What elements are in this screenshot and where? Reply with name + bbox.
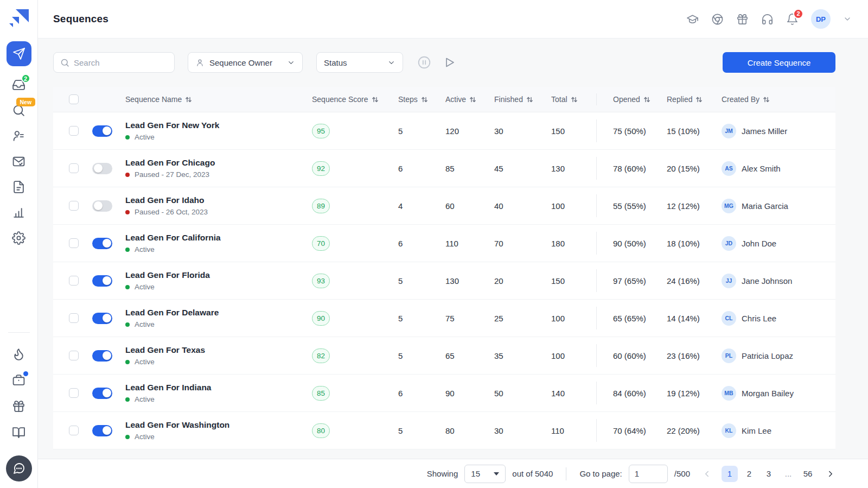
row-toggle[interactable] — [92, 275, 112, 287]
page-size-select[interactable]: 15 — [464, 465, 506, 483]
table-row[interactable]: Lead Gen For Indiana Active 85 6 90 50 1… — [53, 375, 835, 412]
row-checkbox[interactable] — [69, 388, 79, 398]
sidebar-nav-bottom — [6, 332, 32, 488]
sidebar-item-gift[interactable] — [7, 399, 31, 413]
owner-dropdown-label: Sequence Owner — [209, 58, 272, 67]
row-toggle[interactable] — [92, 313, 112, 324]
header-created-by[interactable]: Created By — [722, 95, 835, 104]
sidebar-item-contacts[interactable] — [7, 129, 31, 143]
opened-value: 97 (65%) — [597, 276, 667, 286]
row-toggle[interactable] — [92, 163, 112, 174]
row-toggle[interactable] — [92, 388, 112, 399]
table-body: Lead Gen For New York Active 95 5 120 30… — [53, 112, 835, 449]
header-active[interactable]: Active — [445, 95, 494, 104]
row-checkbox[interactable] — [69, 163, 79, 173]
replied-value: 22 (20%) — [667, 426, 722, 435]
row-toggle[interactable] — [92, 350, 112, 362]
sequence-name[interactable]: Lead Gen For California — [125, 233, 221, 243]
row-checkbox[interactable] — [69, 426, 79, 435]
table-row[interactable]: Lead Gen For Chicago Paused - 27 Dec, 20… — [53, 150, 835, 187]
sequence-name[interactable]: Lead Gen For Florida — [125, 270, 210, 280]
sequences-table: Sequence Name Sequence Score Steps Activ… — [53, 87, 835, 449]
rewards-button[interactable] — [736, 13, 749, 26]
table-row[interactable]: Lead Gen For California Active 70 6 110 … — [53, 225, 835, 262]
status-text: Active — [135, 358, 155, 366]
app-logo[interactable] — [6, 5, 32, 31]
table-row[interactable]: Lead Gen For Florida Active 93 5 130 20 … — [53, 262, 835, 300]
notifications-button[interactable]: 2 — [786, 13, 799, 26]
sidebar-item-analytics[interactable] — [7, 205, 31, 219]
row-toggle[interactable] — [92, 200, 112, 212]
owner-name: Patricia Lopaz — [742, 351, 793, 360]
sequence-status: Active — [125, 433, 155, 441]
sidebar-item-inbox[interactable]: 2 — [7, 78, 31, 92]
next-page-button[interactable] — [826, 469, 835, 479]
steps-value: 5 — [398, 351, 445, 360]
sequence-name[interactable]: Lead Gen For Texas — [125, 345, 205, 355]
status-text: Paused - 26 Oct, 2023 — [135, 208, 208, 216]
page-number[interactable]: 1 — [722, 466, 738, 482]
bulk-resume-button[interactable] — [443, 56, 456, 69]
owner-avatar: JD — [722, 236, 736, 251]
header-replied[interactable]: Replied — [667, 95, 722, 104]
select-all-checkbox[interactable] — [69, 94, 79, 104]
table-row[interactable]: Lead Gen For New York Active 95 5 120 30… — [53, 112, 835, 150]
create-sequence-button[interactable]: Create Sequence — [723, 52, 835, 73]
sidebar-item-email-health[interactable] — [7, 154, 31, 168]
header-sequence-name[interactable]: Sequence Name — [125, 95, 312, 104]
row-toggle[interactable] — [92, 425, 112, 436]
search-input[interactable] — [74, 58, 168, 67]
row-checkbox[interactable] — [69, 201, 79, 211]
page-number[interactable]: 56 — [800, 466, 816, 482]
status-dot — [125, 435, 130, 439]
sequence-name[interactable]: Lead Gen For Delaware — [125, 308, 219, 318]
row-toggle[interactable] — [92, 238, 112, 249]
status-dropdown[interactable]: Status — [316, 52, 403, 73]
score-badge: 82 — [312, 348, 330, 363]
account-menu-button[interactable] — [843, 15, 852, 23]
page-number[interactable]: 3 — [761, 466, 777, 482]
finished-value: 30 — [494, 126, 551, 136]
sidebar-item-briefcase[interactable] — [7, 373, 31, 387]
sequence-name[interactable]: Lead Gen For Washington — [125, 420, 229, 430]
sidebar-item-templates[interactable] — [7, 180, 31, 194]
header-sequence-score[interactable]: Sequence Score — [312, 95, 398, 104]
pagination-bar: Showing 15 out of 5040 Go to page: /500 … — [38, 459, 868, 488]
sidebar-item-flame[interactable] — [7, 347, 31, 361]
table-row[interactable]: Lead Gen For Washington Active 80 5 80 3… — [53, 412, 835, 449]
support-button[interactable] — [761, 13, 774, 26]
sidebar-item-search[interactable]: New — [7, 103, 31, 117]
row-checkbox[interactable] — [69, 126, 79, 136]
row-checkbox[interactable] — [69, 313, 79, 323]
bulk-pause-button[interactable] — [417, 55, 431, 69]
sort-icon — [526, 96, 533, 103]
previous-page-button[interactable] — [702, 469, 712, 479]
sidebar-item-book[interactable] — [7, 425, 31, 439]
header-opened[interactable]: Opened — [597, 95, 667, 104]
table-row[interactable]: Lead Gen For Texas Active 82 5 65 35 100… — [53, 337, 835, 375]
row-checkbox[interactable] — [69, 276, 79, 286]
sequence-owner-dropdown[interactable]: Sequence Owner — [188, 52, 303, 73]
user-avatar[interactable]: DP — [811, 9, 831, 29]
row-toggle[interactable] — [92, 125, 112, 137]
academy-button[interactable] — [686, 13, 699, 26]
table-row[interactable]: Lead Gen For Idaho Paused - 26 Oct, 2023… — [53, 187, 835, 225]
page-number[interactable]: 2 — [741, 466, 757, 482]
header-steps[interactable]: Steps — [398, 95, 445, 104]
sequence-name[interactable]: Lead Gen For Idaho — [125, 195, 205, 205]
extension-button[interactable] — [711, 13, 724, 26]
row-checkbox[interactable] — [69, 351, 79, 360]
goto-page-input[interactable] — [629, 465, 668, 483]
header-finished[interactable]: Finished — [494, 95, 551, 104]
sidebar-item-settings[interactable] — [7, 231, 31, 245]
row-checkbox[interactable] — [69, 238, 79, 248]
chevron-down-icon — [843, 15, 852, 23]
sidebar-item-sequences[interactable] — [7, 41, 31, 66]
support-chat-button[interactable] — [6, 455, 32, 481]
table-row[interactable]: Lead Gen For Delaware Active 90 5 75 25 … — [53, 300, 835, 337]
sequence-name[interactable]: Lead Gen For New York — [125, 121, 219, 130]
sequence-name[interactable]: Lead Gen For Indiana — [125, 383, 211, 392]
sequence-name[interactable]: Lead Gen For Chicago — [125, 158, 215, 168]
header-total[interactable]: Total — [551, 95, 596, 104]
finished-value: 70 — [494, 239, 551, 248]
